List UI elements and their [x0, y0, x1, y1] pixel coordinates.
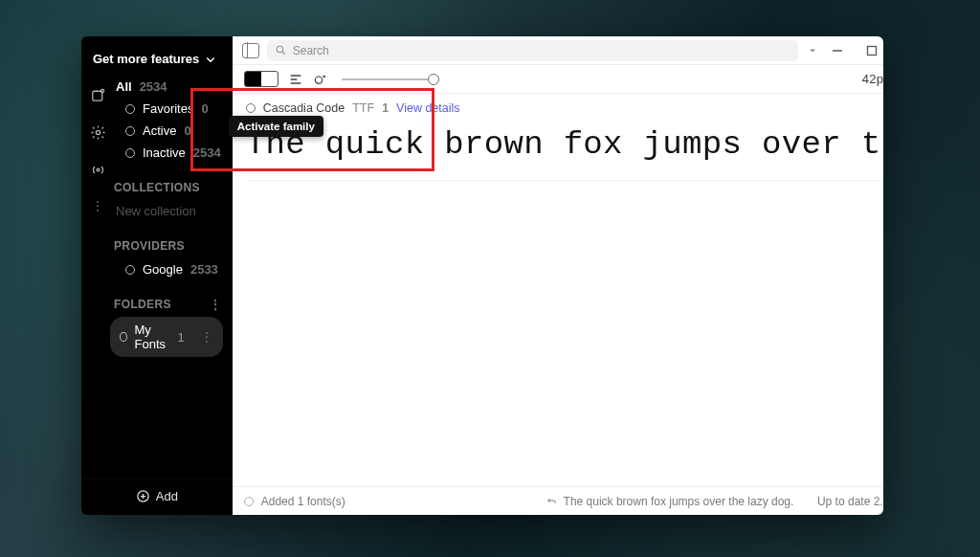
ligature-icon[interactable] [313, 72, 328, 87]
status-sample[interactable]: The quick brown fox jumps over the lazy … [564, 495, 794, 508]
search-input[interactable]: Search [267, 40, 798, 61]
slider-knob[interactable] [428, 74, 439, 85]
new-collection-label: New collection [116, 204, 196, 218]
new-collection-button[interactable]: New collection [114, 200, 223, 222]
all-count: 2534 [140, 79, 167, 94]
inactive-label: Inactive [143, 145, 186, 160]
broadcast-icon[interactable] [90, 162, 106, 178]
google-count: 2533 [190, 262, 218, 277]
search-icon [275, 44, 287, 56]
get-more-features-label: Get more features [93, 52, 199, 66]
gear-icon[interactable] [90, 124, 106, 141]
font-area: Cascadia Code TTF 1 View details The qui… [233, 94, 883, 181]
svg-point-5 [277, 46, 283, 53]
theme-toggle[interactable] [244, 71, 278, 87]
folders-header: FOLDERS ⋮ [114, 298, 223, 311]
all-label: All [116, 79, 132, 94]
favorites-label: Favorites [143, 101, 193, 116]
circle-icon [125, 104, 135, 114]
svg-rect-6 [868, 46, 877, 55]
circle-icon [120, 332, 127, 342]
fonts-icon[interactable] [90, 87, 106, 103]
folders-more-icon[interactable]: ⋮ [209, 298, 222, 311]
svg-point-2 [96, 130, 100, 134]
search-placeholder: Search [293, 44, 329, 57]
add-label: Add [156, 489, 178, 503]
svg-point-7 [315, 77, 322, 83]
window-minimize-button[interactable] [831, 44, 858, 57]
layout-toggle-icon[interactable] [242, 43, 259, 58]
status-version: Up to date 2.10.2 [817, 495, 883, 508]
titlebar: Search [233, 36, 883, 65]
add-button[interactable]: Add [81, 479, 233, 515]
status-circle-icon [244, 497, 254, 506]
chevron-down-icon [205, 54, 216, 65]
search-dropdown-icon[interactable] [806, 44, 819, 57]
plus-circle-icon [136, 489, 150, 503]
providers-header: PROVIDERS [114, 239, 223, 253]
svg-point-1 [100, 89, 103, 92]
my-fonts-count: 1 [178, 330, 185, 345]
circle-icon [125, 126, 135, 136]
more-rail-icon[interactable]: ⋮ [91, 199, 104, 212]
status-added: Added 1 fonts(s) [261, 495, 345, 508]
circle-icon [125, 265, 135, 275]
sidebar-rail: ⋮ [81, 76, 114, 479]
main-panel: Search 42px Ca [233, 36, 883, 515]
align-icon[interactable] [288, 72, 303, 87]
my-fonts-label: My Fonts [135, 323, 170, 351]
svg-rect-0 [92, 91, 101, 100]
my-fonts-more-icon[interactable]: ⋮ [200, 330, 213, 344]
activate-family-tooltip: Activate family [229, 116, 323, 137]
get-more-features-button[interactable]: Get more features [81, 48, 233, 76]
app-window: Get more features ⋮ All 2534 Favorites 0 [81, 36, 883, 515]
size-slider[interactable] [342, 78, 434, 80]
circle-icon [125, 148, 135, 158]
window-maximize-button[interactable] [865, 44, 883, 57]
collections-header: COLLECTIONS [114, 181, 223, 194]
svg-point-3 [97, 168, 100, 171]
active-label: Active [143, 123, 176, 138]
sidebar-item-my-fonts[interactable]: My Fonts 1 ⋮ [110, 317, 223, 357]
font-size-label: 42px [862, 72, 883, 86]
sidebar-item-google[interactable]: Google 2533 [114, 258, 223, 280]
status-bar: Added 1 fonts(s) The quick brown fox jum… [233, 486, 883, 515]
google-label: Google [143, 262, 183, 277]
return-icon [546, 496, 558, 507]
